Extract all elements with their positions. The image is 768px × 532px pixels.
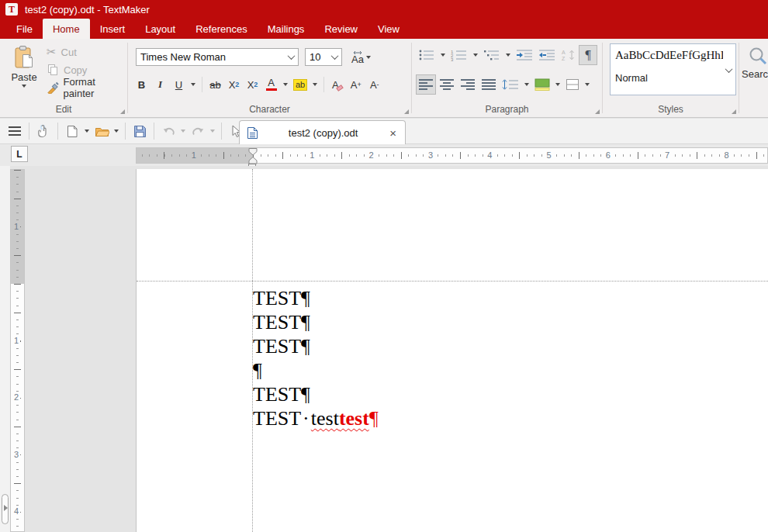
- borders-button[interactable]: [563, 74, 582, 95]
- new-document-dropdown[interactable]: [82, 121, 92, 141]
- document-text[interactable]: TEST¶TEST¶TEST¶¶TEST¶TEST·testtest¶: [253, 286, 379, 430]
- italic-button[interactable]: I: [151, 74, 169, 95]
- document-tab-title: test2 (copy).odt: [258, 127, 388, 139]
- justify-button[interactable]: [479, 74, 499, 95]
- bold-button[interactable]: B: [133, 74, 150, 95]
- strikethrough-button[interactable]: ab: [206, 74, 224, 95]
- new-document-icon: [67, 125, 78, 138]
- align-right-button[interactable]: [458, 74, 478, 95]
- bulleted-list-icon: [418, 49, 435, 61]
- clear-formatting-button[interactable]: A: [328, 74, 346, 95]
- menu-tab-home[interactable]: Home: [43, 19, 90, 39]
- open-document-dropdown[interactable]: [112, 121, 121, 141]
- edit-dialog-launcher[interactable]: [120, 109, 125, 114]
- document-tab-close-button[interactable]: ×: [388, 126, 398, 140]
- highlight-dropdown[interactable]: [310, 74, 320, 95]
- plus-sign: +: [357, 81, 361, 88]
- multilevel-list-icon: [483, 49, 500, 61]
- bulleted-list-dropdown[interactable]: [438, 45, 448, 65]
- highlight-button[interactable]: ab: [291, 74, 310, 95]
- multilevel-list-dropdown[interactable]: [503, 45, 513, 65]
- shading-dropdown[interactable]: [553, 74, 562, 95]
- underline-button[interactable]: U: [170, 74, 188, 95]
- doc-line[interactable]: TEST¶: [253, 334, 379, 358]
- numbered-list-dropdown[interactable]: [471, 45, 480, 65]
- grow-font-button[interactable]: A+: [347, 74, 365, 95]
- align-right-icon: [460, 78, 476, 91]
- sort-button[interactable]: AZ: [559, 45, 578, 65]
- change-case-button[interactable]: Aa: [351, 48, 371, 66]
- doc-line[interactable]: TEST¶: [253, 286, 379, 310]
- document-page[interactable]: TEST¶TEST¶TEST¶¶TEST¶TEST·testtest¶: [136, 169, 768, 532]
- menu-tab-review[interactable]: Review: [314, 19, 368, 39]
- tab-stop-selector[interactable]: L: [11, 146, 28, 162]
- dropdown-arrow: [191, 83, 195, 86]
- character-dialog-launcher[interactable]: [404, 109, 409, 114]
- menu-tab-mailings[interactable]: Mailings: [258, 19, 315, 39]
- line-spacing-dropdown[interactable]: [522, 74, 531, 95]
- underline-dropdown[interactable]: [189, 74, 198, 95]
- menu-tab-file[interactable]: File: [6, 19, 43, 39]
- open-document-button[interactable]: [92, 121, 112, 141]
- font-color-dropdown[interactable]: [281, 74, 290, 95]
- ruler-number: 3: [427, 150, 434, 160]
- formatting-marks-button[interactable]: ¶: [579, 45, 597, 65]
- dropdown-arrow: [283, 83, 288, 86]
- paste-button[interactable]: Paste: [6, 45, 42, 107]
- styles-selector[interactable]: AaBbCcDdEeFfGgHhIiJj Normal: [610, 43, 736, 95]
- doc-line[interactable]: TEST¶: [253, 310, 379, 334]
- top-margin-guide: [137, 281, 768, 282]
- multilevel-list-button[interactable]: [481, 45, 503, 65]
- format-painter-button[interactable]: Format painter: [47, 80, 127, 95]
- horizontal-ruler[interactable]: 112345678: [136, 147, 768, 164]
- ruler-number: 1: [12, 336, 20, 345]
- sidebar-toggle[interactable]: [2, 494, 9, 524]
- increase-indent-button[interactable]: [514, 45, 535, 65]
- menu-tab-view[interactable]: View: [368, 19, 410, 39]
- font-color-button[interactable]: A: [262, 74, 280, 95]
- search-button[interactable]: Search: [742, 46, 768, 80]
- paragraph-dialog-launcher[interactable]: [595, 109, 600, 114]
- menu-tab-insert[interactable]: Insert: [90, 19, 136, 39]
- document-tab[interactable]: test2 (copy).odt ×: [239, 120, 406, 144]
- undo-dropdown[interactable]: [178, 121, 188, 141]
- doc-line[interactable]: TEST¶: [253, 382, 379, 406]
- font-size-combobox[interactable]: 10: [305, 48, 342, 66]
- doc-line[interactable]: TEST·testtest¶: [253, 406, 379, 430]
- doc-line[interactable]: ¶: [253, 358, 379, 382]
- save-button[interactable]: [130, 121, 150, 141]
- redo-button[interactable]: [188, 121, 208, 141]
- vertical-ruler[interactable]: 11234: [10, 169, 25, 532]
- indent-markers[interactable]: [247, 148, 258, 164]
- ribbon-group-character: Times New Roman 10 Aa B I: [128, 39, 411, 116]
- ruler-number: 7: [663, 150, 671, 160]
- shading-button[interactable]: [532, 74, 552, 95]
- format-painter-label: Format painter: [64, 76, 127, 99]
- touch-mode-button[interactable]: [33, 121, 54, 141]
- new-document-button[interactable]: [62, 121, 82, 141]
- text-run-mark: ¶: [253, 359, 262, 382]
- decrease-indent-button[interactable]: [536, 45, 558, 65]
- menu-tab-layout[interactable]: Layout: [135, 19, 185, 39]
- shrink-font-button[interactable]: A-: [365, 74, 383, 95]
- ruler-row: L 112345678: [0, 144, 768, 166]
- numbered-list-button[interactable]: 123: [448, 45, 470, 65]
- subscript-button[interactable]: X2: [225, 74, 243, 95]
- menu-tab-references[interactable]: References: [185, 19, 257, 39]
- copy-button[interactable]: Copy: [47, 62, 127, 78]
- font-name-combobox[interactable]: Times New Roman: [136, 48, 299, 66]
- superscript-button[interactable]: X2: [244, 74, 261, 95]
- bulleted-list-button[interactable]: [416, 45, 438, 65]
- align-center-button[interactable]: [437, 74, 457, 95]
- style-current-name: Normal: [615, 72, 723, 84]
- redo-dropdown[interactable]: [208, 121, 217, 141]
- scissors-icon: ✂: [47, 45, 57, 59]
- hamburger-menu-button[interactable]: [5, 121, 25, 141]
- ruler-number: 8: [722, 150, 730, 160]
- undo-button[interactable]: [158, 121, 178, 141]
- styles-dialog-launcher[interactable]: [732, 109, 736, 114]
- line-spacing-button[interactable]: [500, 74, 521, 95]
- cut-button[interactable]: ✂ Cut: [47, 44, 127, 60]
- borders-dropdown[interactable]: [583, 74, 592, 95]
- align-left-button[interactable]: [416, 74, 436, 95]
